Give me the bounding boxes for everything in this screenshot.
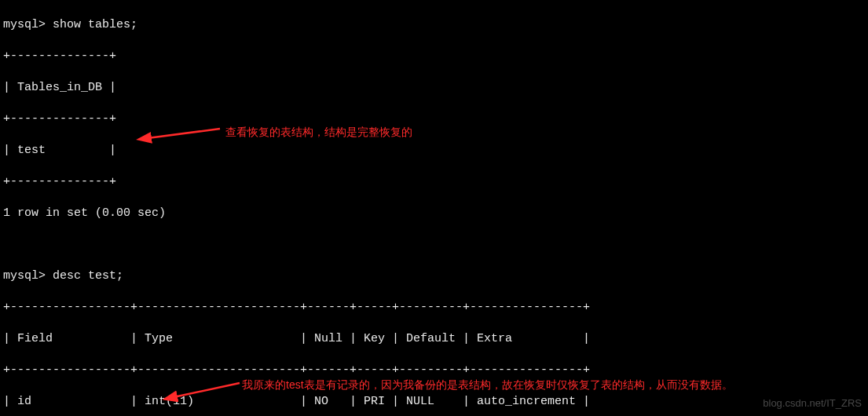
desc-row: | id | int(11) | NO | PRI | NULL | auto_…	[3, 394, 865, 410]
desc-border-mid: +-----------------+---------------------…	[3, 363, 865, 378]
mysql-prompt: mysql>	[3, 18, 53, 31]
tables-border-top: +--------------+	[3, 49, 865, 64]
svg-line-1	[174, 383, 240, 397]
tables-border-mid: +--------------+	[3, 111, 865, 127]
annotation-arrow-1	[141, 122, 228, 146]
annotation-1: 查看恢复的表结构，结构是完整恢复的	[225, 124, 412, 140]
annotation-2: 我原来的test表是有记录的，因为我备份的是表结构，故在恢复时仅恢复了表的结构，…	[242, 377, 733, 392]
cmd-line-show-tables[interactable]: mysql> show tables;	[3, 17, 865, 33]
annotation-arrow-2	[169, 378, 247, 403]
terminal-output: mysql> show tables; +--------------+ | T…	[0, 0, 868, 416]
tables-header: | Tables_in_DB |	[3, 80, 865, 96]
cmd-desc: desc test;	[53, 269, 123, 283]
blank-1	[3, 237, 865, 253]
cmd-line-desc[interactable]: mysql> desc test;	[3, 268, 865, 284]
mysql-prompt: mysql>	[3, 269, 53, 283]
desc-border-top: +-----------------+---------------------…	[3, 300, 865, 316]
tables-border-bot: +--------------+	[3, 174, 865, 190]
tables-row: | test |	[3, 143, 865, 159]
watermark: blog.csdn.net/IT_ZRS	[763, 396, 862, 411]
cmd-show-tables: show tables;	[53, 18, 137, 31]
tables-status: 1 row in set (0.00 sec)	[3, 206, 865, 221]
svg-line-0	[148, 129, 220, 138]
desc-header: | Field | Type | Null | Key | Default | …	[3, 331, 865, 347]
